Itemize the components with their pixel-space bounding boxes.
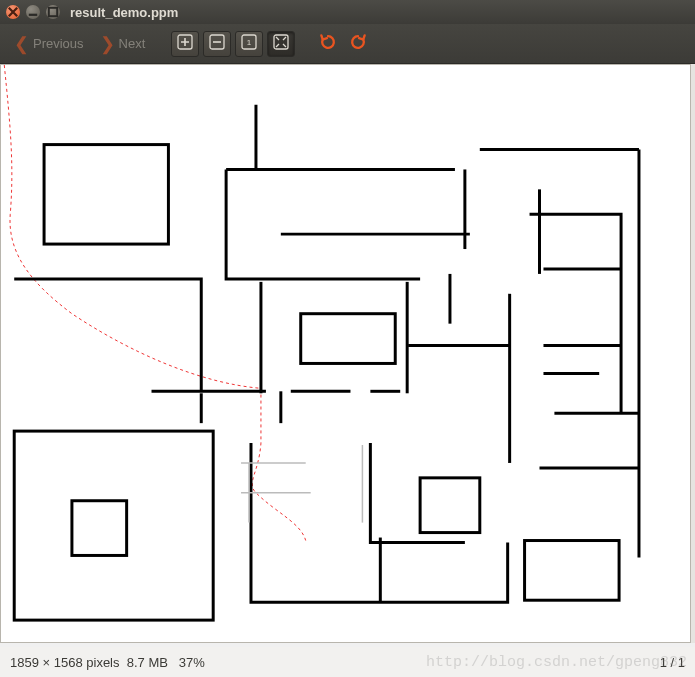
- rotate-cw-icon: [348, 32, 368, 55]
- close-icon[interactable]: [6, 5, 20, 19]
- svg-rect-0: [49, 8, 57, 16]
- zoom-out-icon: [209, 34, 225, 53]
- rotate-ccw-button[interactable]: [315, 31, 341, 57]
- floorplan-image: [1, 65, 690, 642]
- maximize-icon[interactable]: [46, 5, 60, 19]
- window-titlebar: result_demo.ppm: [0, 0, 695, 24]
- toolbar: ❮ Previous ❯ Next 1: [0, 24, 695, 64]
- rotate-ccw-icon: [318, 32, 338, 55]
- page-indicator: 1 / 1: [660, 655, 685, 670]
- svg-rect-11: [525, 541, 620, 601]
- vertical-scrollbar[interactable]: [691, 64, 695, 643]
- zoom-fit-button[interactable]: [267, 31, 295, 57]
- zoom-fit-icon: [273, 34, 289, 53]
- zoom-out-button[interactable]: [203, 31, 231, 57]
- image-dimensions: 1859 × 1568 pixels: [10, 655, 120, 670]
- zoom-in-icon: [177, 34, 193, 53]
- zoom-in-button[interactable]: [171, 31, 199, 57]
- next-button[interactable]: ❯ Next: [94, 31, 152, 57]
- zoom-original-button[interactable]: 1: [235, 31, 263, 57]
- svg-text:1: 1: [247, 38, 252, 47]
- window-controls: [6, 5, 60, 19]
- file-size: 8.7 MB: [127, 655, 168, 670]
- svg-rect-6: [44, 145, 168, 244]
- zoom-original-icon: 1: [241, 34, 257, 53]
- window-title: result_demo.ppm: [70, 5, 178, 20]
- svg-rect-7: [301, 314, 396, 364]
- nav-group: ❮ Previous ❯ Next: [8, 31, 151, 57]
- next-label: Next: [119, 36, 146, 51]
- rotate-cw-button[interactable]: [345, 31, 371, 57]
- chevron-left-icon: ❮: [14, 35, 29, 53]
- chevron-right-icon: ❯: [100, 35, 115, 53]
- rotate-group: [315, 31, 371, 57]
- image-canvas[interactable]: [0, 64, 691, 643]
- zoom-level: 37%: [179, 655, 205, 670]
- previous-button[interactable]: ❮ Previous: [8, 31, 90, 57]
- svg-rect-10: [420, 478, 480, 533]
- svg-rect-8: [14, 431, 213, 620]
- zoom-group: 1: [171, 31, 295, 57]
- minimize-icon[interactable]: [26, 5, 40, 19]
- status-bar: 1859 × 1568 pixels 8.7 MB 37% 1 / 1: [0, 647, 695, 677]
- svg-rect-9: [72, 501, 127, 556]
- previous-label: Previous: [33, 36, 84, 51]
